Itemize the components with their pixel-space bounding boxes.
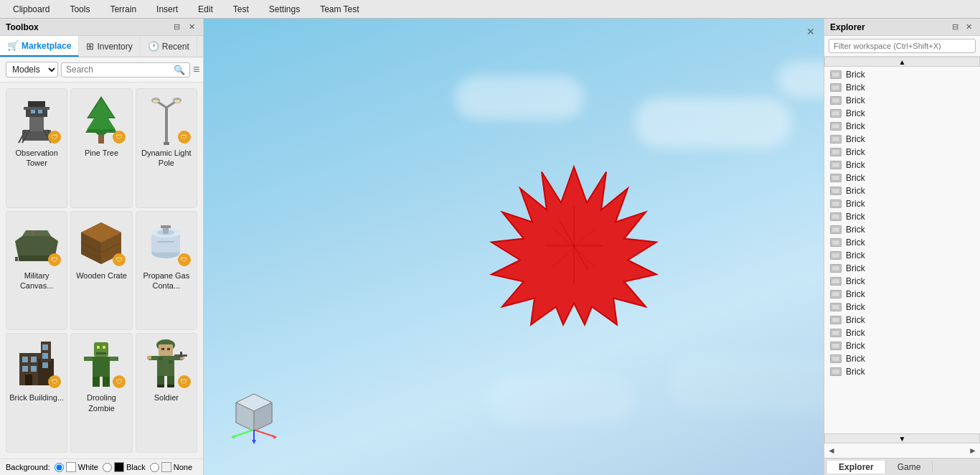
explorer-item-brick-5[interactable]: Brick: [824, 133, 980, 146]
bg-black-swatch: [114, 462, 124, 472]
item-light-pole[interactable]: 🛡 Dynamic Light Pole: [136, 88, 197, 208]
explorer-item-brick-3[interactable]: Brick: [824, 107, 980, 120]
explorer-item-brick-20[interactable]: Brick: [824, 326, 980, 339]
explorer-item-label-21: Brick: [846, 341, 865, 351]
item-wooden-crate[interactable]: 🛡 Wooden Crate: [70, 211, 132, 331]
explorer-item-brick-7[interactable]: Brick: [824, 159, 980, 171]
menu-item-terrain[interactable]: Terrain: [100, 2, 146, 17]
search-input-wrap: 🔍: [61, 62, 190, 77]
axes-indicator: [225, 387, 283, 446]
explorer-right-btn[interactable]: ►: [969, 446, 977, 456]
menu-item-team-test[interactable]: Team Test: [310, 2, 369, 17]
filter-icon[interactable]: ≡: [193, 63, 199, 76]
search-input[interactable]: [66, 65, 174, 75]
explorer-item-label-4: Brick: [846, 121, 865, 131]
marketplace-icon: 🛒: [7, 40, 19, 51]
svg-line-89: [254, 430, 275, 437]
explorer-list[interactable]: Brick Brick Brick Brick Brick: [824, 67, 980, 433]
explorer-left-btn[interactable]: ◄: [827, 446, 836, 456]
svg-rect-78: [180, 352, 182, 357]
explorer-scroll-down[interactable]: ▼: [824, 433, 980, 443]
svg-rect-45: [22, 357, 28, 362]
item-label-soldier: Soldier: [154, 392, 179, 403]
axes-svg: [225, 387, 283, 444]
item-label-zombie: Drooling Zombie: [74, 392, 128, 413]
explorer-item-label-23: Brick: [846, 367, 865, 377]
explorer-item-brick-14[interactable]: Brick: [824, 249, 980, 262]
explorer-item-brick-13[interactable]: Brick: [824, 236, 980, 249]
item-soldier[interactable]: 🛡 Soldier: [136, 333, 197, 453]
bottom-tab-game[interactable]: Game: [886, 461, 933, 474]
explorer-item-brick-22[interactable]: Brick: [824, 352, 980, 365]
search-icon[interactable]: 🔍: [174, 65, 185, 75]
explorer-item-brick-21[interactable]: Brick: [824, 339, 980, 352]
explorer-filter-input[interactable]: [829, 39, 976, 53]
menu-item-clipboard[interactable]: Clipboard: [3, 2, 60, 17]
bottom-tab-explorer[interactable]: Explorer: [827, 461, 886, 474]
explorer-item-brick-4[interactable]: Brick: [824, 120, 980, 133]
explorer-minimize-btn[interactable]: ⊟: [950, 22, 961, 32]
explorer-item-brick-2[interactable]: Brick: [824, 94, 980, 107]
explorer-item-brick-8[interactable]: Brick: [824, 171, 980, 184]
item-thumb-zombie: 🛡: [75, 338, 127, 390]
explorer-item-brick-19[interactable]: Brick: [824, 314, 980, 326]
toolbox-minimize-btn[interactable]: ⊟: [171, 22, 182, 32]
menu-item-settings[interactable]: Settings: [259, 2, 310, 17]
cloud-1: [455, 76, 584, 119]
bg-none-radio[interactable]: [150, 463, 159, 472]
menu-item-insert[interactable]: Insert: [146, 2, 188, 17]
background-selector: Background: White Black None: [0, 458, 203, 475]
menu-item-tools[interactable]: Tools: [60, 2, 100, 17]
explorer-item-brick-1[interactable]: Brick: [824, 81, 980, 94]
tab-inventory[interactable]: ⊞ Inventory: [79, 36, 140, 57]
bg-black-option[interactable]: Black: [103, 462, 146, 472]
menu-item-edit[interactable]: Edit: [188, 2, 223, 17]
explorer-item-brick-17[interactable]: Brick: [824, 288, 980, 301]
explorer-item-brick-15[interactable]: Brick: [824, 262, 980, 275]
explorer-item-brick-10[interactable]: Brick: [824, 197, 980, 210]
explorer-scroll-up[interactable]: ▲: [824, 57, 980, 67]
svg-rect-59: [110, 357, 118, 361]
bg-black-radio[interactable]: [103, 463, 112, 472]
svg-rect-9: [31, 110, 35, 113]
item-observation-tower[interactable]: 🛡 Observation Tower: [6, 88, 67, 208]
explorer-close-btn[interactable]: ✕: [963, 22, 974, 32]
bg-white-option[interactable]: White: [55, 462, 98, 472]
bg-white-radio[interactable]: [55, 463, 64, 472]
explorer-item-brick-11[interactable]: Brick: [824, 210, 980, 223]
explorer-item-label-18: Brick: [846, 302, 865, 312]
item-zombie[interactable]: 🛡 Drooling Zombie: [70, 333, 132, 453]
cloud-2: [634, 98, 792, 148]
item-pine-tree[interactable]: 🛡 Pine Tree: [70, 88, 132, 208]
svg-rect-46: [31, 357, 37, 362]
explorer-item-brick-16[interactable]: Brick: [824, 275, 980, 288]
explorer-item-brick-23[interactable]: Brick: [824, 365, 980, 378]
tab-marketplace[interactable]: 🛒 Marketplace: [0, 36, 79, 57]
explorer-item-brick-12[interactable]: Brick: [824, 223, 980, 236]
viewport[interactable]: ✕: [204, 19, 824, 475]
explorer-item-brick-18[interactable]: Brick: [824, 301, 980, 314]
svg-marker-13: [87, 99, 116, 131]
explorer-item-label-3: Brick: [846, 108, 865, 118]
item-thumb-soldier: 🛡: [141, 338, 192, 390]
item-brick-building[interactable]: 🛡 Brick Building...: [6, 333, 67, 453]
menu-item-test[interactable]: Test: [223, 2, 259, 17]
svg-rect-26: [15, 257, 18, 261]
explorer-item-brick-6[interactable]: Brick: [824, 146, 980, 159]
item-military-canvas[interactable]: 🛡 Military Canvas...: [6, 211, 67, 331]
tab-recent[interactable]: 🕐 Recent: [141, 36, 197, 57]
explorer-item-brick-9[interactable]: Brick: [824, 184, 980, 197]
svg-rect-55: [103, 346, 105, 349]
explorer-item-label-2: Brick: [846, 95, 865, 105]
item-propane[interactable]: 🛡 Propane Gas Conta...: [136, 211, 197, 331]
svg-point-20: [153, 100, 159, 103]
category-select[interactable]: Models Plugins Decals Meshes Audio: [6, 62, 58, 77]
svg-rect-68: [169, 360, 172, 364]
svg-rect-58: [84, 357, 93, 361]
bg-none-option[interactable]: None: [150, 462, 192, 472]
toolbox-header: Toolbox ⊟ ✕: [0, 19, 203, 36]
explorer-item-brick-0[interactable]: Brick: [824, 68, 980, 81]
viewport-close-btn[interactable]: ✕: [804, 24, 818, 39]
military-badge: 🛡: [48, 253, 61, 266]
toolbox-close-btn[interactable]: ✕: [187, 22, 197, 32]
